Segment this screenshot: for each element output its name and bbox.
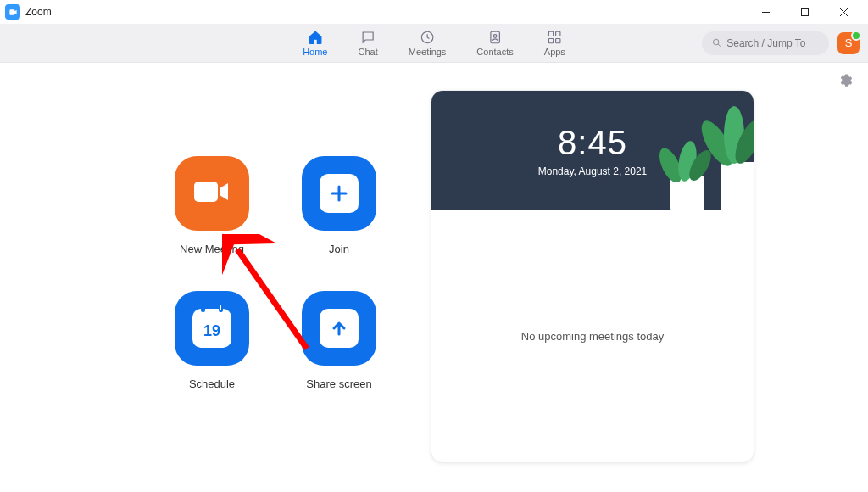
close-button[interactable] [824, 0, 863, 24]
content: New Meeting Join 19 Schedule [0, 63, 868, 492]
apps-icon [547, 30, 562, 45]
plant-decoration [696, 92, 754, 169]
action-label: Join [329, 243, 349, 255]
tab-label: Meetings [409, 47, 447, 57]
gear-icon [837, 76, 853, 91]
search-input[interactable] [726, 37, 819, 49]
schedule-button[interactable]: 19 [175, 291, 249, 366]
window-controls [746, 0, 863, 24]
clock-time: 8:45 [558, 124, 627, 162]
join-button[interactable] [302, 156, 376, 231]
zoom-logo-icon [5, 4, 20, 20]
svg-point-11 [713, 39, 719, 45]
settings-button[interactable] [837, 73, 853, 92]
avatar-initial: S [845, 36, 853, 49]
tabbar: Home Chat Meetings Contacts Apps S [0, 24, 868, 63]
svg-rect-13 [194, 182, 218, 202]
tab-meetings[interactable]: Meetings [405, 24, 450, 62]
svg-rect-7 [549, 31, 554, 36]
tab-apps[interactable]: Apps [541, 24, 569, 62]
maximize-button[interactable] [785, 0, 824, 24]
calendar-icon: 19 [192, 309, 231, 348]
clock-date: Monday, August 2, 2021 [538, 165, 648, 177]
tab-label: Contacts [476, 47, 513, 57]
arrow-up-icon [320, 309, 359, 348]
action-label: New Meeting [180, 243, 244, 255]
search-box[interactable] [702, 31, 829, 55]
calendar-day: 19 [203, 322, 220, 340]
minimize-button[interactable] [746, 0, 785, 24]
clock-banner: 8:45 Monday, August 2, 2021 [431, 91, 754, 210]
titlebar: Zoom [0, 0, 868, 24]
tab-contacts[interactable]: Contacts [473, 24, 516, 62]
contacts-icon [487, 30, 503, 45]
share-screen-button[interactable] [302, 291, 376, 366]
chat-icon [360, 30, 376, 45]
no-meetings-text: No upcoming meetings today [521, 330, 664, 343]
action-label: Share screen [306, 377, 371, 390]
avatar[interactable]: S [837, 32, 860, 54]
tab-label: Chat [358, 47, 377, 57]
home-icon [308, 30, 323, 45]
tab-label: Home [303, 47, 327, 57]
schedule-action: 19 Schedule [148, 291, 275, 390]
calendar-panel: 8:45 Monday, August 2, 2021 No upcoming … [431, 90, 754, 463]
svg-rect-9 [549, 38, 554, 42]
svg-rect-10 [556, 38, 560, 42]
video-icon [192, 178, 231, 209]
tab-label: Apps [544, 47, 565, 57]
join-action: Join [275, 156, 403, 255]
share-screen-action: Share screen [275, 291, 403, 390]
window-title: Zoom [25, 6, 52, 18]
tab-home[interactable]: Home [299, 24, 331, 62]
clock-icon [420, 30, 435, 45]
upcoming-meetings: No upcoming meetings today [431, 210, 754, 462]
action-label: Schedule [189, 377, 235, 390]
search-icon [712, 37, 721, 48]
plus-icon [320, 174, 359, 213]
svg-point-6 [493, 34, 497, 37]
new-meeting-button[interactable] [175, 156, 249, 231]
svg-rect-1 [801, 8, 808, 15]
plant-decoration [721, 162, 754, 210]
svg-line-12 [718, 44, 721, 47]
new-meeting-action: New Meeting [148, 156, 275, 255]
svg-rect-8 [556, 31, 560, 36]
tab-chat[interactable]: Chat [354, 24, 381, 62]
